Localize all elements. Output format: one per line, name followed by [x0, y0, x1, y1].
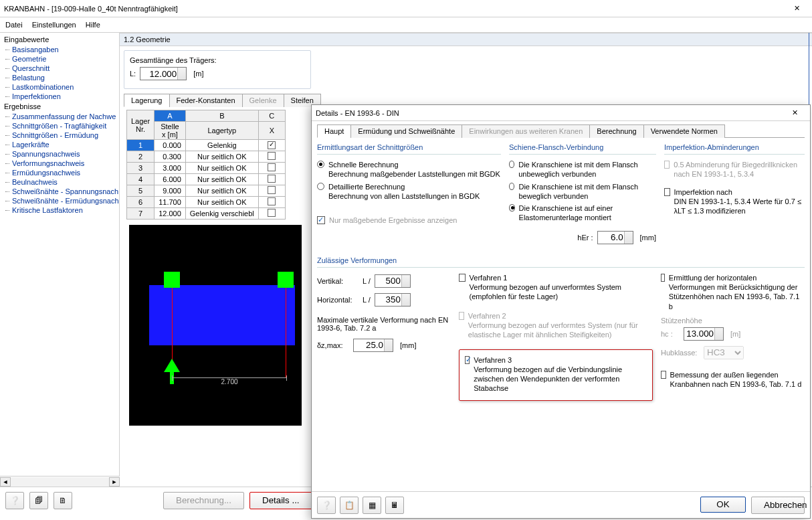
dz-input[interactable] — [353, 339, 393, 352]
dlg-tab-haupt[interactable]: Haupt — [317, 124, 351, 138]
tree-item[interactable]: Zusammenfassung der Nachwe — [3, 112, 116, 121]
tree-item[interactable]: Imperfektionen — [3, 92, 116, 101]
menu-settings[interactable]: Einstellungen — [32, 21, 76, 29]
tree-item[interactable]: Geometrie — [3, 54, 116, 64]
tree-item[interactable]: Ermüdungsnachweis — [3, 168, 116, 177]
length-input[interactable] — [140, 67, 187, 80]
checkbox-icon[interactable] — [268, 163, 276, 171]
toolbar-btn-3[interactable]: 🗎 — [54, 492, 72, 509]
dlg-tab-einw[interactable]: Einwirkungen aus weiteren Kranen — [462, 124, 590, 138]
tree-item[interactable]: Schweißnähte - Spannungsnach — [3, 187, 116, 196]
table-row[interactable]: 20.300Nur seitlich OK — [127, 151, 286, 163]
tree-item[interactable]: Kritische Lastfaktoren — [3, 205, 116, 215]
tree-item[interactable]: Basisangaben — [3, 45, 116, 54]
ok-button[interactable]: OK — [700, 497, 746, 513]
checkbox-icon[interactable] — [268, 209, 276, 217]
checkbox-icon[interactable] — [268, 186, 276, 194]
section-title: 1.2 Geometrie — [120, 33, 812, 46]
radio-beweglich[interactable]: Die Kranschiene ist mit dem Flansch bewe… — [509, 181, 656, 203]
tree-results-header[interactable]: Ergebnisse — [3, 101, 116, 112]
hc-input[interactable] — [684, 327, 724, 341]
table-row[interactable]: 10.000Gelenkig — [127, 140, 286, 151]
tab-lagerung[interactable]: Lagerung — [124, 94, 170, 107]
tree-scroll-horizontal[interactable]: ◄ ► — [0, 476, 120, 487]
scroll-left-icon[interactable]: ◄ — [0, 477, 11, 487]
hEr-input[interactable] — [597, 231, 633, 244]
chk-horiz-ermittlung[interactable]: Ermittlung der horizontalen Verformungen… — [661, 272, 805, 313]
radio-unbeweglich[interactable]: Die Kranschiene ist mit dem Flansch unbe… — [509, 159, 656, 181]
tree-item[interactable]: Beulnachweis — [3, 177, 116, 187]
tree-item[interactable]: Schnittgrößen - Tragfähigkeit — [3, 121, 116, 131]
tab-gelenke[interactable]: Gelenke — [242, 94, 284, 107]
hc-label: hc : — [661, 330, 680, 338]
dialog-close-button[interactable]: ✕ — [783, 106, 806, 120]
checkbox-icon — [459, 312, 464, 320]
chk-only-relevant: Nur maßgebende Ergebnisse anzeigen — [317, 214, 501, 226]
tree-item[interactable]: Lastkombinationen — [3, 82, 116, 92]
support-table[interactable]: Lager Nr. A B C Stelle x [m] Lagertyp X … — [126, 110, 286, 220]
chk-verfahren-3[interactable]: Verfahren 3Verformung bezogen auf die Ve… — [465, 354, 647, 395]
berechnung-button[interactable]: Berechnung... — [163, 492, 244, 509]
menu-help[interactable]: Hilfe — [86, 21, 100, 29]
tree-item[interactable]: Schweißnähte - Ermüdungsnach — [3, 196, 116, 205]
table-icon: ▦ — [369, 501, 376, 510]
col-A[interactable]: A — [155, 110, 186, 122]
table-row[interactable]: 33.000Nur seitlich OK — [127, 163, 286, 174]
radio-detailliert[interactable]: Detaillierte Berechnung Berechnung von a… — [317, 181, 501, 203]
chk-bemessung-aussen[interactable]: Bemessung der außen liegenden Kranbahnen… — [661, 369, 805, 391]
table-row[interactable]: 712.000Gelenkig verschiebl — [127, 208, 286, 220]
dlg-btn-3[interactable]: ▦ — [363, 497, 381, 514]
chk-verfahren-1[interactable]: Verfahren 1Verformung bezogen auf unverf… — [459, 272, 653, 303]
radio-schnelle[interactable]: Schnelle Berechnung Berechnung maßgebend… — [317, 159, 501, 181]
tree-item[interactable]: Schnittgrößen - Ermüdung — [3, 131, 116, 140]
dlg-help-button[interactable]: ❔ — [317, 497, 336, 514]
checkbox-icon[interactable] — [268, 197, 276, 205]
radio-elastomer[interactable]: Die Kranschiene ist auf einer Elastomeru… — [509, 202, 656, 224]
scroll-right-icon[interactable]: ► — [109, 477, 120, 487]
menu-file[interactable]: Datei — [5, 21, 23, 29]
col-B[interactable]: B — [185, 110, 258, 122]
hub-select[interactable]: HC3 — [704, 346, 744, 359]
hub-label: Hubklasse: — [661, 349, 700, 357]
table-row[interactable]: 611.700Nur seitlich OK — [127, 197, 286, 208]
load-arrow-icon — [164, 359, 180, 372]
support-left-icon — [164, 272, 180, 288]
dialog-title: Details - EN 1993-6 - DIN — [316, 109, 783, 117]
checkbox-icon — [664, 188, 670, 196]
preview-canvas: 2.700 — [129, 225, 302, 426]
tree-item[interactable]: Belastung — [3, 73, 116, 82]
tree-inputs-header[interactable]: Eingabewerte — [3, 34, 116, 45]
radio-icon — [509, 204, 515, 211]
dlg-btn-2[interactable]: 📋 — [340, 497, 359, 514]
tree-item[interactable]: Spannungsnachweis — [3, 149, 116, 159]
table-row[interactable]: 59.000Nur seitlich OK — [127, 185, 286, 197]
dlg-tab-berech[interactable]: Berechnung — [589, 124, 643, 138]
tree-item[interactable]: Querschnitt — [3, 64, 116, 73]
cancel-button[interactable]: Abbrechen — [751, 497, 805, 514]
tree-item[interactable]: Verformungsnachweis — [3, 159, 116, 168]
dlg-tab-ermued[interactable]: Ermüdung und Schweißnähte — [350, 124, 462, 138]
dz-label: δz,max: — [317, 341, 349, 349]
max-vert-label: Maximale vertikale Verformung nach EN 19… — [317, 316, 451, 332]
horiz-input[interactable] — [375, 293, 411, 307]
dlg-tab-normen[interactable]: Verwendete Normen — [643, 124, 725, 138]
group-imperfektion: Imperfektion-Abminderungen — [664, 141, 805, 155]
tree-item[interactable]: Lagerkräfte — [3, 140, 116, 149]
checkbox-icon[interactable] — [268, 175, 276, 183]
checkbox-icon — [317, 216, 325, 224]
radio-icon — [317, 183, 324, 190]
details-button[interactable]: Details ... — [249, 492, 312, 509]
col-C[interactable]: C — [258, 110, 285, 122]
checkbox-icon[interactable] — [268, 152, 276, 160]
dlg-btn-4[interactable]: 🖩 — [385, 497, 404, 514]
vert-input[interactable] — [375, 274, 411, 288]
chk-imperfektion-mod[interactable]: Imperfektion nachDIN EN 1993-1-1, 5.3.4 … — [664, 186, 805, 218]
checkbox-icon[interactable] — [268, 141, 276, 149]
group-schiene: Schiene-Flansch-Verbindung — [509, 141, 656, 155]
toolbar-btn-2[interactable]: 🗐 — [29, 492, 48, 509]
table-row[interactable]: 46.000Nur seitlich OK — [127, 174, 286, 185]
help-button[interactable]: ❔ — [5, 492, 24, 509]
close-button[interactable]: ✕ — [785, 2, 808, 15]
tab-feder[interactable]: Feder-Konstanten — [169, 94, 243, 107]
vert-label: Vertikal: — [317, 277, 359, 285]
